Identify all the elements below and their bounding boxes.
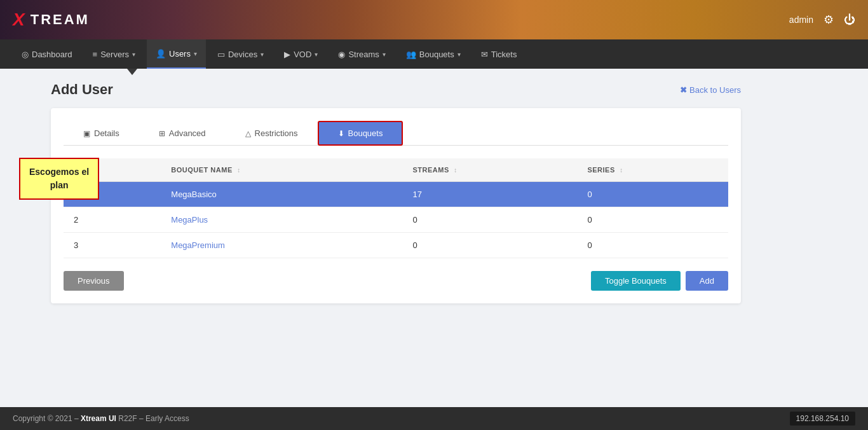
header-username: admin: [789, 15, 813, 25]
nav-servers-label: Servers: [100, 50, 129, 59]
nav-dashboard-label: Dashboard: [32, 50, 72, 59]
nav-dashboard[interactable]: ◎ Dashboard: [13, 39, 81, 69]
servers-icon: ≡: [93, 50, 98, 59]
details-tab-icon: ▣: [83, 129, 90, 138]
header-right: admin ⚙ ⏻: [789, 13, 855, 27]
col-name-sort-icon[interactable]: ↕: [237, 167, 241, 174]
nav-streams[interactable]: ◉ Streams ▾: [329, 39, 394, 69]
restrictions-tab-icon: △: [245, 129, 251, 138]
logo-x: X: [13, 10, 27, 30]
back-link-x-icon: ✖: [680, 85, 687, 95]
tab-restrictions-label: Restrictions: [255, 128, 298, 138]
bouquets-dropdown-icon: ▾: [458, 51, 461, 58]
cell-streams: 0: [402, 233, 577, 258]
main-nav: ◎ Dashboard ≡ Servers ▾ 👤 Users ▾ ▭ Devi…: [0, 39, 868, 69]
page-header: Add User ✖ Back to Users: [51, 81, 741, 98]
nav-bouquets-label: Bouquets: [419, 50, 454, 59]
table-row[interactable]: 3MegaPremium00: [64, 233, 728, 258]
previous-button[interactable]: Previous: [64, 271, 124, 291]
header: X TREAM admin ⚙ ⏻: [0, 0, 868, 39]
users-icon: 👤: [156, 49, 166, 59]
col-series: SERIES ↕: [577, 158, 728, 182]
tab-advanced-label: Advanced: [169, 128, 206, 138]
nav-servers[interactable]: ≡ Servers ▾: [84, 39, 144, 69]
form-actions: Previous Toggle Bouquets Add: [64, 271, 728, 291]
tab-details-label: Details: [94, 128, 119, 138]
users-dropdown-icon: ▾: [194, 50, 197, 57]
cell-id: 3: [64, 233, 161, 258]
bouquets-table: ID ↕ BOUQUET NAME ↕ STREAMS ↕ SERIES: [64, 158, 728, 258]
logo: X TREAM: [13, 10, 90, 30]
table-row[interactable]: 2MegaPlus00: [64, 207, 728, 233]
nav-tickets[interactable]: ✉ Tickets: [472, 39, 526, 69]
tab-bouquets-label: Bouquets: [348, 128, 383, 138]
footer-brand: Xtream UI: [81, 414, 116, 423]
nav-vod-label: VOD: [294, 50, 311, 59]
annotation-line2: plan: [50, 180, 69, 190]
tickets-icon: ✉: [481, 50, 488, 59]
footer-version: R22F – Early Access: [116, 414, 189, 423]
col-streams: STREAMS ↕: [402, 158, 577, 182]
footer-copyright: Copyright © 2021 – Xtream UI R22F – Earl…: [13, 414, 189, 423]
footer-copyright-text: Copyright © 2021 –: [13, 414, 81, 423]
tab-bar: ▣ Details ⊞ Advanced △ Restrictions ⬇ Bo…: [64, 121, 728, 146]
vod-dropdown-icon: ▾: [315, 51, 318, 58]
vod-icon: ▶: [284, 50, 290, 59]
settings-icon[interactable]: ⚙: [824, 13, 834, 27]
cell-id: 2: [64, 207, 161, 233]
main-content: Escogemos el plan Add User ✖ Back to Use…: [0, 69, 868, 407]
annotation-tooltip: Escogemos el plan: [19, 158, 99, 200]
bouquets-tab-icon: ⬇: [338, 129, 344, 138]
col-streams-sort-icon[interactable]: ↕: [454, 167, 458, 174]
table-row[interactable]: 1MegaBasico170: [64, 182, 728, 207]
nav-tickets-label: Tickets: [491, 50, 517, 59]
nav-vod[interactable]: ▶ VOD ▾: [275, 39, 327, 69]
cell-series: 0: [577, 233, 728, 258]
table-header-row: ID ↕ BOUQUET NAME ↕ STREAMS ↕ SERIES: [64, 158, 728, 182]
col-series-sort-icon[interactable]: ↕: [620, 167, 623, 174]
tab-details[interactable]: ▣ Details: [64, 121, 139, 146]
cell-series: 0: [577, 207, 728, 233]
cell-streams: 0: [402, 207, 577, 233]
devices-dropdown-icon: ▾: [261, 51, 264, 58]
right-actions: Toggle Bouquets Add: [591, 271, 728, 291]
nav-users[interactable]: 👤 Users ▾: [147, 39, 206, 69]
cell-name[interactable]: MegaBasico: [161, 182, 402, 207]
toggle-bouquets-button[interactable]: Toggle Bouquets: [591, 271, 681, 291]
back-link-text: Back to Users: [689, 85, 741, 95]
streams-icon: ◉: [338, 50, 345, 59]
col-name: BOUQUET NAME ↕: [161, 158, 402, 182]
servers-dropdown-icon: ▾: [132, 51, 135, 58]
nav-bouquets[interactable]: 👥 Bouquets ▾: [397, 39, 470, 69]
bouquets-icon: 👥: [406, 50, 416, 59]
logo-text: TREAM: [31, 11, 90, 28]
bouquets-table-container: ID ↕ BOUQUET NAME ↕ STREAMS ↕ SERIES: [64, 158, 728, 258]
advanced-tab-icon: ⊞: [159, 129, 165, 138]
nav-devices-label: Devices: [228, 50, 257, 59]
main-card: ▣ Details ⊞ Advanced △ Restrictions ⬇ Bo…: [51, 108, 741, 303]
nav-users-label: Users: [169, 49, 191, 59]
dashboard-icon: ◎: [22, 50, 29, 59]
tab-bouquets[interactable]: ⬇ Bouquets: [318, 121, 403, 146]
cell-series: 0: [577, 182, 728, 207]
cell-name[interactable]: MegaPremium: [161, 233, 402, 258]
streams-dropdown-icon: ▾: [383, 51, 386, 58]
col-streams-label: STREAMS: [412, 166, 449, 174]
page-title: Add User: [51, 81, 113, 98]
footer: Copyright © 2021 – Xtream UI R22F – Earl…: [0, 407, 868, 430]
power-icon[interactable]: ⏻: [844, 13, 855, 27]
col-name-label: BOUQUET NAME: [171, 166, 232, 174]
add-button[interactable]: Add: [686, 271, 728, 291]
tab-restrictions[interactable]: △ Restrictions: [226, 121, 318, 146]
col-series-label: SERIES: [587, 166, 614, 174]
nav-devices[interactable]: ▭ Devices ▾: [208, 39, 273, 69]
nav-streams-label: Streams: [348, 50, 379, 59]
tab-advanced[interactable]: ⊞ Advanced: [139, 121, 226, 146]
cell-name[interactable]: MegaPlus: [161, 207, 402, 233]
cell-streams: 17: [402, 182, 577, 207]
annotation-line1: Escogemos el: [29, 167, 89, 177]
devices-icon: ▭: [217, 50, 225, 59]
back-to-users-link[interactable]: ✖ Back to Users: [680, 85, 741, 95]
footer-ip: 192.168.254.10: [790, 412, 855, 426]
